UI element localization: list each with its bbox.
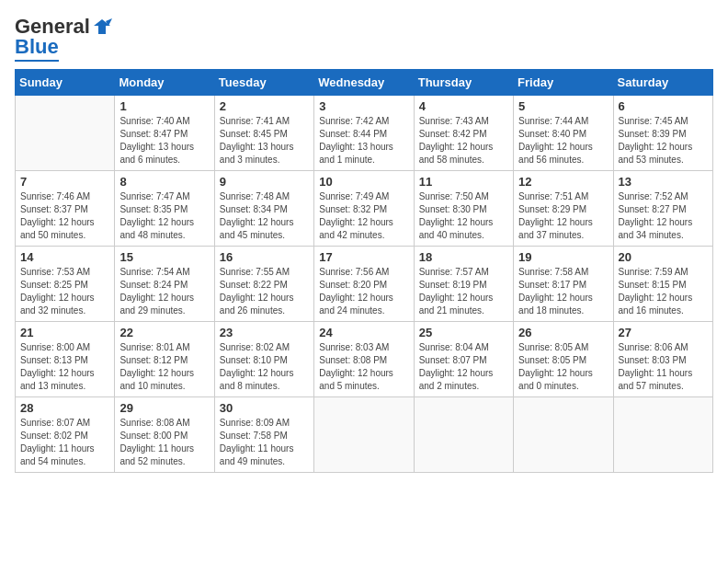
calendar-cell: [414, 397, 513, 473]
weekday-header-monday: Monday: [115, 70, 214, 96]
weekday-header-friday: Friday: [514, 70, 613, 96]
day-number: 16: [220, 250, 309, 264]
calendar-cell: [16, 96, 115, 171]
day-number: 3: [319, 99, 408, 113]
calendar-cell: 5 Sunrise: 7:44 AMSunset: 8:40 PMDayligh…: [514, 96, 613, 171]
calendar-cell: 24 Sunrise: 8:03 AMSunset: 8:08 PMDaylig…: [314, 322, 414, 397]
cell-content: Sunrise: 8:07 AMSunset: 8:02 PMDaylight:…: [20, 417, 109, 468]
logo-bird-icon: [92, 17, 112, 37]
calendar-cell: 6 Sunrise: 7:45 AMSunset: 8:39 PMDayligh…: [613, 96, 712, 171]
calendar-cell: 17 Sunrise: 7:56 AMSunset: 8:20 PMDaylig…: [314, 247, 414, 322]
day-number: 30: [220, 401, 309, 415]
day-number: 12: [518, 175, 608, 189]
cell-content: Sunrise: 7:47 AMSunset: 8:35 PMDaylight:…: [119, 190, 209, 242]
day-number: 26: [518, 326, 608, 339]
calendar-cell: 21 Sunrise: 8:00 AMSunset: 8:13 PMDaylig…: [16, 322, 115, 397]
calendar-cell: 11 Sunrise: 7:50 AMSunset: 8:30 PMDaylig…: [414, 171, 513, 247]
calendar-cell: 28 Sunrise: 8:07 AMSunset: 8:02 PMDaylig…: [16, 397, 115, 473]
calendar-cell: 2 Sunrise: 7:41 AMSunset: 8:45 PMDayligh…: [214, 96, 313, 171]
calendar-cell: 8 Sunrise: 7:47 AMSunset: 8:35 PMDayligh…: [115, 171, 214, 247]
cell-content: Sunrise: 7:45 AMSunset: 8:39 PMDaylight:…: [619, 115, 708, 167]
day-number: 10: [319, 175, 408, 189]
calendar-cell: 29 Sunrise: 8:08 AMSunset: 8:00 PMDaylig…: [115, 397, 214, 473]
day-number: 9: [220, 175, 309, 189]
weekday-header-saturday: Saturday: [613, 70, 712, 96]
calendar-cell: 19 Sunrise: 7:58 AMSunset: 8:17 PMDaylig…: [514, 247, 613, 322]
day-number: 20: [619, 250, 708, 264]
day-number: 13: [619, 175, 708, 189]
day-number: 22: [119, 326, 209, 339]
cell-content: Sunrise: 7:43 AMSunset: 8:42 PMDaylight:…: [419, 115, 508, 167]
calendar-cell: 14 Sunrise: 7:53 AMSunset: 8:25 PMDaylig…: [16, 247, 115, 322]
cell-content: Sunrise: 7:48 AMSunset: 8:34 PMDaylight:…: [220, 190, 309, 242]
weekday-header-tuesday: Tuesday: [214, 70, 313, 96]
cell-content: Sunrise: 7:49 AMSunset: 8:32 PMDaylight:…: [319, 190, 408, 242]
day-number: 23: [220, 326, 309, 339]
cell-content: Sunrise: 7:59 AMSunset: 8:15 PMDaylight:…: [619, 266, 708, 317]
day-number: 15: [119, 250, 209, 264]
day-number: 25: [419, 326, 508, 339]
day-number: 21: [20, 326, 109, 339]
calendar-table: SundayMondayTuesdayWednesdayThursdayFrid…: [15, 69, 713, 473]
cell-content: Sunrise: 8:04 AMSunset: 8:07 PMDaylight:…: [419, 341, 508, 393]
cell-content: Sunrise: 7:53 AMSunset: 8:25 PMDaylight:…: [20, 266, 109, 317]
cell-content: Sunrise: 7:51 AMSunset: 8:29 PMDaylight:…: [518, 190, 608, 242]
cell-content: Sunrise: 7:41 AMSunset: 8:45 PMDaylight:…: [220, 115, 309, 167]
cell-content: Sunrise: 7:52 AMSunset: 8:27 PMDaylight:…: [619, 190, 708, 242]
cell-content: Sunrise: 8:00 AMSunset: 8:13 PMDaylight:…: [20, 341, 109, 393]
day-number: 8: [119, 175, 209, 189]
calendar-cell: 25 Sunrise: 8:04 AMSunset: 8:07 PMDaylig…: [414, 322, 513, 397]
calendar-cell: 27 Sunrise: 8:06 AMSunset: 8:03 PMDaylig…: [613, 322, 712, 397]
calendar-cell: 16 Sunrise: 7:55 AMSunset: 8:22 PMDaylig…: [214, 247, 313, 322]
cell-content: Sunrise: 8:05 AMSunset: 8:05 PMDaylight:…: [518, 341, 608, 393]
day-number: 5: [518, 99, 608, 113]
day-number: 24: [319, 326, 408, 339]
calendar-cell: 12 Sunrise: 7:51 AMSunset: 8:29 PMDaylig…: [514, 171, 613, 247]
cell-content: Sunrise: 7:58 AMSunset: 8:17 PMDaylight:…: [518, 266, 608, 317]
day-number: 18: [419, 250, 508, 264]
cell-content: Sunrise: 7:46 AMSunset: 8:37 PMDaylight:…: [20, 190, 109, 242]
calendar-cell: 22 Sunrise: 8:01 AMSunset: 8:12 PMDaylig…: [115, 322, 214, 397]
cell-content: Sunrise: 8:01 AMSunset: 8:12 PMDaylight:…: [119, 341, 209, 393]
cell-content: Sunrise: 7:42 AMSunset: 8:44 PMDaylight:…: [319, 115, 408, 167]
day-number: 14: [20, 250, 109, 264]
day-number: 7: [20, 175, 109, 189]
calendar-cell: 15 Sunrise: 7:54 AMSunset: 8:24 PMDaylig…: [115, 247, 214, 322]
cell-content: Sunrise: 7:40 AMSunset: 8:47 PMDaylight:…: [119, 115, 209, 167]
day-number: 4: [419, 99, 508, 113]
day-number: 29: [119, 401, 209, 415]
cell-content: Sunrise: 7:50 AMSunset: 8:30 PMDaylight:…: [419, 190, 508, 242]
day-number: 11: [419, 175, 508, 189]
cell-content: Sunrise: 7:56 AMSunset: 8:20 PMDaylight:…: [319, 266, 408, 317]
calendar-cell: 10 Sunrise: 7:49 AMSunset: 8:32 PMDaylig…: [314, 171, 414, 247]
cell-content: Sunrise: 8:03 AMSunset: 8:08 PMDaylight:…: [319, 341, 408, 393]
cell-content: Sunrise: 7:54 AMSunset: 8:24 PMDaylight:…: [119, 266, 209, 317]
calendar-cell: 1 Sunrise: 7:40 AMSunset: 8:47 PMDayligh…: [115, 96, 214, 171]
calendar-cell: 13 Sunrise: 7:52 AMSunset: 8:27 PMDaylig…: [613, 171, 712, 247]
day-number: 6: [619, 99, 708, 113]
cell-content: Sunrise: 8:06 AMSunset: 8:03 PMDaylight:…: [619, 341, 708, 393]
weekday-header-thursday: Thursday: [414, 70, 513, 96]
logo-blue: Blue: [15, 35, 59, 58]
cell-content: Sunrise: 8:08 AMSunset: 8:00 PMDaylight:…: [119, 417, 209, 468]
calendar-cell: 9 Sunrise: 7:48 AMSunset: 8:34 PMDayligh…: [214, 171, 313, 247]
cell-content: Sunrise: 7:55 AMSunset: 8:22 PMDaylight:…: [220, 266, 309, 317]
day-number: 17: [319, 250, 408, 264]
header: General Blue: [15, 15, 713, 62]
cell-content: Sunrise: 8:09 AMSunset: 7:58 PMDaylight:…: [220, 417, 309, 468]
day-number: 28: [20, 401, 109, 415]
calendar-cell: 20 Sunrise: 7:59 AMSunset: 8:15 PMDaylig…: [613, 247, 712, 322]
calendar-cell: [314, 397, 414, 473]
day-number: 19: [518, 250, 608, 264]
calendar-cell: [514, 397, 613, 473]
calendar-cell: [613, 397, 712, 473]
day-number: 2: [220, 99, 309, 113]
weekday-header-sunday: Sunday: [16, 70, 115, 96]
cell-content: Sunrise: 7:57 AMSunset: 8:19 PMDaylight:…: [419, 266, 508, 317]
calendar-cell: 4 Sunrise: 7:43 AMSunset: 8:42 PMDayligh…: [414, 96, 513, 171]
calendar-cell: 18 Sunrise: 7:57 AMSunset: 8:19 PMDaylig…: [414, 247, 513, 322]
calendar-cell: 26 Sunrise: 8:05 AMSunset: 8:05 PMDaylig…: [514, 322, 613, 397]
cell-content: Sunrise: 8:02 AMSunset: 8:10 PMDaylight:…: [220, 341, 309, 393]
logo: General Blue: [15, 15, 112, 62]
calendar-cell: 23 Sunrise: 8:02 AMSunset: 8:10 PMDaylig…: [214, 322, 313, 397]
